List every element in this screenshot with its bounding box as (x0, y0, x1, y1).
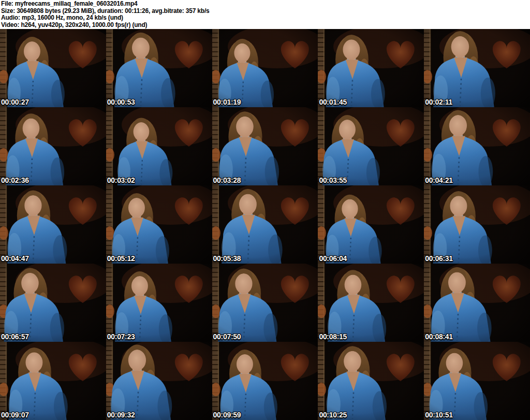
thumbnail-scene (318, 107, 424, 185)
thumbnail-timestamp: 00:03:02 (107, 176, 135, 184)
thumbnail-timestamp: 00:02:11 (425, 98, 452, 106)
thumbnail-timestamp: 00:06:04 (319, 254, 347, 263)
video-thumbnail: 00:07:50 (212, 264, 318, 342)
video-thumbnail: 00:05:12 (106, 185, 212, 264)
size-info-line: Size: 30649808 bytes (29.23 MiB), durati… (1, 8, 530, 15)
thumbnail-scene (424, 29, 530, 107)
thumbnail-timestamp: 00:01:45 (319, 98, 347, 106)
thumbnail-scene (0, 185, 106, 264)
thumbnail-timestamp: 00:04:21 (425, 176, 453, 184)
video-thumbnail: 00:01:45 (318, 29, 424, 107)
thumbnail-timestamp: 00:07:50 (213, 332, 241, 341)
thumbnail-timestamp: 00:00:27 (1, 98, 29, 106)
thumbnail-scene (0, 29, 106, 107)
thumbnail-scene (106, 264, 212, 342)
thumbnail-scene (318, 185, 424, 264)
thumbnail-timestamp: 00:08:41 (425, 332, 453, 341)
thumbnail-scene (212, 342, 318, 420)
video-thumbnail: 00:02:36 (0, 107, 106, 185)
video-thumbnail: 00:10:51 (424, 342, 530, 420)
thumbnail-timestamp: 00:06:31 (425, 254, 453, 263)
thumbnail-scene (0, 264, 106, 342)
video-thumbnail: 00:03:55 (318, 107, 424, 185)
thumbnail-scene (318, 264, 424, 342)
thumbnail-scene (212, 107, 318, 185)
video-contact-sheet: File: myfreecams_millaq_female_06032016.… (0, 0, 530, 420)
video-thumbnail: 00:09:32 (106, 342, 212, 420)
video-thumbnail: 00:06:31 (424, 185, 530, 264)
video-thumbnail: 00:03:28 (212, 107, 318, 185)
video-thumbnail: 00:10:25 (318, 342, 424, 420)
thumbnail-timestamp: 00:01:19 (213, 98, 241, 106)
thumbnail-scene (106, 342, 212, 420)
thumbnail-timestamp: 00:07:23 (107, 332, 135, 341)
file-info-line: File: myfreecams_millaq_female_06032016.… (1, 1, 530, 8)
thumbnail-scene (106, 107, 212, 185)
thumbnail-scene (212, 185, 318, 264)
thumbnail-scene (318, 29, 424, 107)
thumbnail-timestamp: 00:06:57 (1, 332, 29, 341)
thumbnail-scene (424, 185, 530, 264)
thumbnail-timestamp: 00:03:55 (319, 176, 347, 184)
thumbnail-scene (318, 342, 424, 420)
video-thumbnail: 00:01:19 (212, 29, 318, 107)
thumbnail-scene (212, 29, 318, 107)
thumbnail-timestamp: 00:09:59 (213, 411, 241, 419)
video-thumbnail: 00:08:15 (318, 264, 424, 342)
video-thumbnail: 00:06:57 (0, 264, 106, 342)
video-thumbnail: 00:06:04 (318, 185, 424, 264)
thumbnail-scene (106, 185, 212, 264)
thumbnail-timestamp: 00:04:47 (1, 254, 29, 263)
thumbnail-timestamp: 00:10:25 (319, 411, 347, 419)
thumbnail-scene (212, 264, 318, 342)
thumbnail-timestamp: 00:10:51 (425, 411, 453, 419)
thumbnail-scene (0, 107, 106, 185)
thumbnail-scene (424, 264, 530, 342)
media-info-header: File: myfreecams_millaq_female_06032016.… (0, 0, 530, 29)
video-thumbnail: 00:02:11 (424, 29, 530, 107)
video-thumbnail: 00:04:47 (0, 185, 106, 264)
thumbnail-grid: 00:00:2700:00:5300:01:1900:01:4500:02:11… (0, 29, 530, 420)
video-thumbnail: 00:09:59 (212, 342, 318, 420)
video-thumbnail: 00:09:07 (0, 342, 106, 420)
thumbnail-timestamp: 00:05:38 (213, 254, 241, 263)
video-thumbnail: 00:00:27 (0, 29, 106, 107)
thumbnail-timestamp: 00:02:36 (1, 176, 29, 184)
thumbnail-scene (424, 107, 530, 185)
thumbnail-timestamp: 00:05:12 (107, 254, 135, 263)
thumbnail-timestamp: 00:00:53 (107, 98, 135, 106)
thumbnail-timestamp: 00:08:15 (319, 332, 347, 341)
video-thumbnail: 00:08:41 (424, 264, 530, 342)
video-thumbnail: 00:03:02 (106, 107, 212, 185)
thumbnail-scene (0, 342, 106, 420)
thumbnail-timestamp: 00:09:32 (107, 411, 135, 419)
video-thumbnail: 00:00:53 (106, 29, 212, 107)
thumbnail-scene (106, 29, 212, 107)
video-info-line: Video: h264, yuv420p, 320x240, 1000.00 f… (1, 22, 530, 29)
thumbnail-timestamp: 00:03:28 (213, 176, 241, 184)
video-thumbnail: 00:04:21 (424, 107, 530, 185)
thumbnail-timestamp: 00:09:07 (1, 411, 29, 419)
video-thumbnail: 00:05:38 (212, 185, 318, 264)
audio-info-line: Audio: mp3, 16000 Hz, mono, 24 kb/s (und… (1, 15, 530, 22)
video-thumbnail: 00:07:23 (106, 264, 212, 342)
thumbnail-scene (424, 342, 530, 420)
